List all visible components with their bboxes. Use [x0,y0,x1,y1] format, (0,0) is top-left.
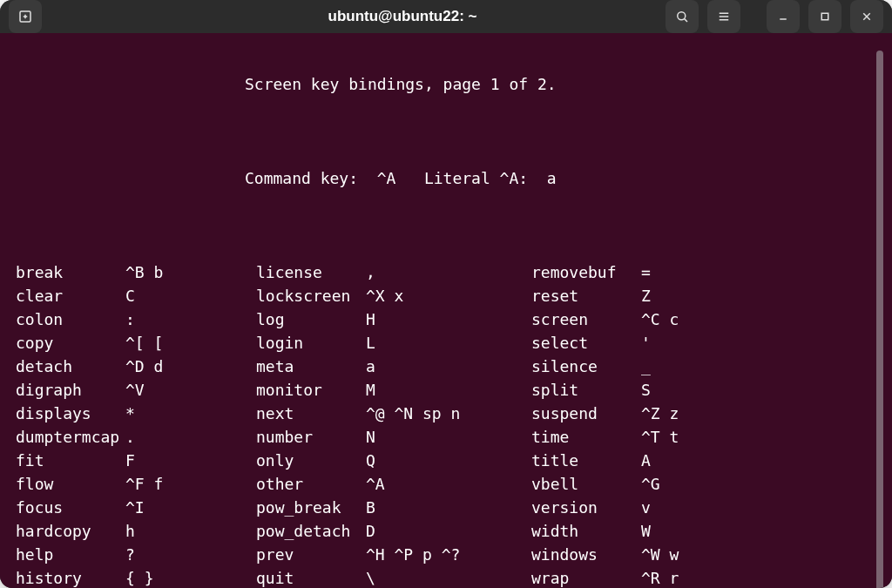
svg-line-4 [685,19,687,22]
search-button[interactable] [666,0,699,33]
close-button[interactable] [850,0,883,33]
bindings-col2-commands: license lockscreen log login meta monito… [256,260,366,588]
titlebar: ubuntu@ubuntu22: ~ [0,0,892,33]
window-title: ubuntu@ubuntu22: ~ [146,8,659,25]
maximize-button[interactable] [808,0,841,33]
bindings-col3-commands: removebuf reset screen select silence sp… [531,260,641,588]
search-icon [674,9,690,24]
minimize-button[interactable] [767,0,800,33]
bindings-col3-keys: = Z ^C c ' _ S ^Z z ^T t A ^G v W ^W w ^… [641,260,711,588]
bindings-table: break clear colon copy detach digraph di… [16,260,875,588]
bindings-col2-keys: , ^X x H L a M ^@ ^N sp n N Q ^A B D ^H … [366,260,531,588]
minimize-icon [775,9,791,24]
terminal-content: Screen key bindings, page 1 of 2. Comman… [16,49,875,588]
new-tab-icon [17,9,33,24]
terminal-scrollbar[interactable] [875,49,885,588]
menu-button[interactable] [707,0,740,33]
scrollbar-thumb[interactable] [876,51,883,588]
svg-point-3 [678,12,686,20]
close-icon [859,9,875,24]
svg-rect-9 [821,13,828,20]
terminal-area[interactable]: Screen key bindings, page 1 of 2. Comman… [0,33,892,588]
hamburger-icon [716,9,732,24]
maximize-icon [817,9,833,24]
command-key-line: Command key: ^A Literal ^A: a [16,166,875,190]
terminal-window: ubuntu@ubuntu22: ~ [0,0,892,588]
bindings-col1-keys: ^B b C : ^[ [ ^D d ^V * . F ^F f ^I h ? … [125,260,256,588]
bindings-col1-commands: break clear colon copy detach digraph di… [16,260,125,588]
new-tab-button[interactable] [9,0,42,33]
bindings-header: Screen key bindings, page 1 of 2. [16,72,875,96]
